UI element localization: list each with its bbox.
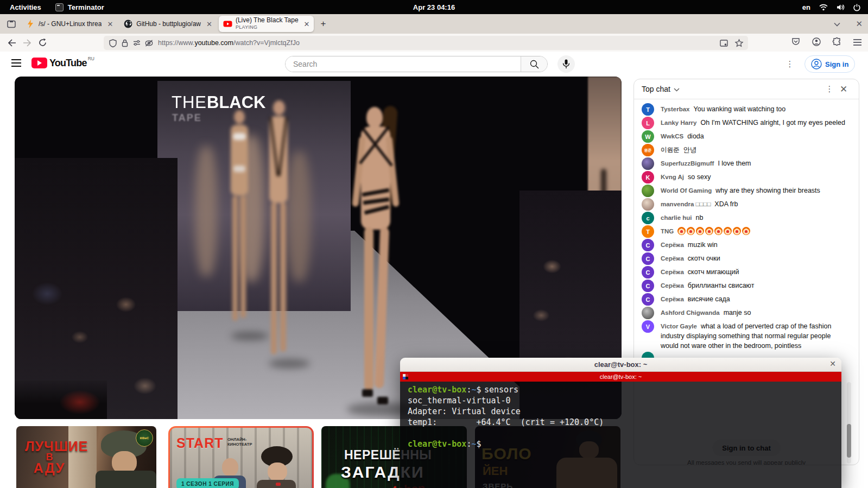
- extensions-icon[interactable]: [833, 37, 841, 48]
- clown-face-emoji: [677, 227, 686, 235]
- guide-hamburger-icon[interactable]: [11, 59, 21, 67]
- chat-message: CСерёжаскотч мигающий: [634, 265, 859, 279]
- reload-icon[interactable]: [35, 36, 50, 50]
- voice-search-button[interactable]: [557, 55, 575, 73]
- terminal-close-icon[interactable]: ✕: [829, 359, 836, 368]
- chat-message: LLanky HarryOh I'm WATCHING alright, I g…: [634, 116, 859, 130]
- tab-close-icon[interactable]: ✕: [206, 20, 212, 28]
- chat-author-name: 이원준: [661, 147, 680, 153]
- pocket-icon[interactable]: [791, 37, 800, 48]
- chat-message-text: manje so: [724, 309, 751, 316]
- tab-close-icon[interactable]: ✕: [304, 20, 310, 28]
- account-icon[interactable]: [812, 37, 821, 48]
- search-input[interactable]: [286, 56, 521, 72]
- chat-message-text: muzik win: [688, 241, 718, 249]
- terminal-title: clear@tv-box: ~: [594, 360, 648, 369]
- avatar: C: [642, 280, 654, 292]
- youtube-logo[interactable]: YouTube RU: [31, 56, 94, 69]
- chat-author-name: charlie hui: [661, 214, 692, 221]
- chat-scrollbar[interactable]: [847, 382, 851, 464]
- chat-message-text: so sexy: [688, 173, 711, 181]
- new-tab-button[interactable]: +: [316, 17, 330, 31]
- clock[interactable]: Apr 23 04:16: [0, 3, 868, 11]
- avatar: C: [642, 293, 654, 306]
- chat-message: ccharlie huinb: [634, 211, 859, 225]
- chat-message: World Of Gamingwhy are they showing thei…: [634, 184, 859, 198]
- sign-in-button[interactable]: Sign in: [804, 55, 855, 73]
- chat-mode-selector[interactable]: Top chat: [642, 85, 670, 93]
- chat-message: manvendra □□□□XDA frb: [634, 198, 859, 211]
- chat-author-name: WwkCS: [661, 133, 683, 140]
- chat-author-name: Серёжа: [661, 282, 684, 289]
- url-domain: youtube.com: [194, 39, 233, 47]
- search-button[interactable]: [521, 56, 547, 72]
- chat-author-name: Ashford Chigwanda: [661, 309, 720, 316]
- avatar: [642, 185, 654, 197]
- back-icon[interactable]: [4, 36, 20, 50]
- terminal-titlebar[interactable]: clear@tv-box: ~ ✕: [400, 358, 841, 372]
- terminal-output-line: Adapter: Virtual device: [408, 406, 841, 417]
- tab-github-buttplugio[interactable]: GitHub - buttplugio/aw ✕: [119, 16, 217, 31]
- firefox-view-icon[interactable]: [4, 17, 18, 31]
- video-thumbnail-2[interactable]: START ОНЛАЙН-КИНОТЕАТР 1 СЕЗОН 1 СЕРИЯ: [168, 426, 314, 488]
- autoplay-blocked-icon[interactable]: [143, 37, 155, 49]
- screen-brand-line2: TAPE: [172, 112, 202, 124]
- photographers-silhouette: [15, 381, 107, 419]
- keyboard-layout-indicator[interactable]: en: [802, 3, 810, 11]
- firefox-tab-bar: /s/ - GNU+Linux threa ✕ GitHub - buttplu…: [0, 14, 868, 34]
- avatar: c: [642, 212, 654, 224]
- chat-message: KKvng Ajso sexy: [634, 170, 859, 184]
- avatar: C: [642, 239, 654, 251]
- tab-youtube-live[interactable]: (Live) The Black Tape PLAYING ✕: [219, 16, 314, 32]
- url-text[interactable]: https://www.youtube.com/watch?v=VjmlctqZ…: [158, 39, 718, 47]
- avatar: [642, 198, 654, 211]
- terminal-body[interactable]: clear@tv-box:~$sensors soc_thermal-virtu…: [400, 382, 841, 488]
- shield-icon[interactable]: [107, 37, 119, 49]
- chat-message: 원준이원준안녕: [634, 143, 859, 157]
- screen-brand-text: THEBLACK: [172, 93, 266, 112]
- screenshot-icon[interactable]: [718, 37, 730, 49]
- chat-author-name: TNG: [661, 228, 674, 235]
- chevron-down-icon[interactable]: [674, 84, 680, 94]
- chat-message-list: TTysterbaxYou wanking wait watching tooL…: [634, 99, 859, 365]
- list-all-tabs-icon[interactable]: [834, 19, 840, 29]
- terminal-prompt-line: clear@tv-box:~$: [408, 439, 841, 449]
- thumbnail-title: ЛУЧШИЕ В АДУ: [25, 440, 74, 474]
- tab-title: GitHub - buttplugio/aw: [136, 20, 201, 28]
- volume-icon[interactable]: [837, 4, 845, 11]
- chat-message: VVictor Gaylewhat a load of perverted cr…: [634, 320, 859, 351]
- chat-author-name: Серёжа: [661, 296, 684, 302]
- tab-close-icon[interactable]: ✕: [107, 20, 113, 28]
- chat-author-name: Серёжа: [661, 255, 684, 262]
- url-bar[interactable]: https://www.youtube.com/watch?v=VjmlctqZ…: [104, 36, 748, 50]
- chat-author-name: SuperfuzzBigmuff: [661, 160, 714, 167]
- permissions-icon[interactable]: [131, 37, 143, 49]
- tab-gnu-linux-thread[interactable]: /s/ - GNU+Linux threa ✕: [22, 16, 117, 31]
- lock-icon[interactable]: [119, 37, 131, 49]
- wifi-icon[interactable]: [819, 4, 828, 11]
- bookmark-star-icon[interactable]: [733, 37, 745, 49]
- url-path: /watch?v=VjmlctqZfJo: [233, 39, 300, 47]
- chat-scrollbar-thumb[interactable]: [847, 424, 851, 458]
- chat-author-name: manvendra □□□□: [661, 201, 711, 207]
- chat-kebab-icon[interactable]: ⋮: [823, 84, 836, 94]
- video-thumbnail-1[interactable]: ЛУЧШИЕ В АДУ КФиС: [16, 426, 156, 488]
- chat-message: SuperfuzzBigmuffI love them: [634, 157, 859, 170]
- search-bar: [285, 56, 548, 72]
- tab-title: /s/ - GNU+Linux threa: [39, 20, 102, 28]
- chat-message: TTNG: [634, 225, 859, 238]
- chat-close-icon[interactable]: ✕: [836, 84, 851, 95]
- menu-hamburger-icon[interactable]: [853, 38, 861, 48]
- terminator-window[interactable]: clear@tv-box: ~ ✕ clear@tv-box: ~ clear@…: [400, 358, 841, 488]
- power-icon[interactable]: [853, 4, 860, 11]
- window-close-icon[interactable]: ✕: [856, 19, 863, 29]
- clown-face-emoji: [724, 227, 732, 235]
- gnome-top-bar: Activities Terminator Apr 23 04:16 en: [0, 0, 868, 14]
- forward-icon[interactable]: [20, 36, 35, 50]
- model-figure: [222, 110, 257, 349]
- terminal-tab-icon: [403, 374, 408, 379]
- soldier-gear: [96, 471, 156, 488]
- chat-message-text: dioda: [687, 132, 704, 140]
- header-kebab-icon[interactable]: ⋮: [785, 58, 795, 70]
- avatar: C: [642, 252, 654, 265]
